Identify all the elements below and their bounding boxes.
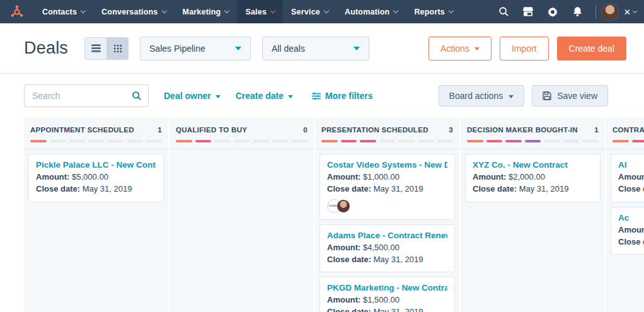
import-button[interactable]: Import: [500, 37, 549, 61]
deal-filter-select-value: All deals: [272, 43, 305, 54]
marketplace-icon[interactable]: [516, 0, 541, 23]
deal-property: Close date:: [618, 236, 644, 248]
search-input[interactable]: [25, 91, 132, 101]
header-actions: Actions Import Create deal: [428, 37, 626, 61]
board-actions-button[interactable]: Board actions: [439, 85, 525, 107]
search-icon[interactable]: [132, 91, 148, 101]
stage-segment: [107, 140, 124, 142]
top-nav: Contacts Conversations Marketing Sales S…: [0, 0, 644, 23]
nav-item-contacts[interactable]: Contacts: [34, 0, 93, 23]
chevron-down-icon: [393, 8, 398, 13]
stage-segment: [563, 140, 580, 142]
filter-actions: Board actions Save view: [439, 85, 608, 107]
contact-avatar[interactable]: [336, 199, 350, 213]
stage-segment: [398, 140, 415, 142]
deal-filter-select[interactable]: All deals: [262, 37, 369, 61]
close-icon[interactable]: ✕: [624, 7, 631, 17]
column-count: 3: [449, 126, 453, 134]
create-deal-button[interactable]: Create deal: [557, 37, 626, 61]
deal-owner-filter[interactable]: Deal owner: [164, 91, 221, 101]
stage-segment: [234, 140, 250, 142]
nav-item-reports[interactable]: Reports: [406, 0, 461, 23]
deal-card[interactable]: Al Amount:Close date:: [611, 154, 644, 202]
stage-segment: [486, 140, 503, 142]
stage-progress: [612, 140, 644, 142]
deal-property: Close date: May 31, 2019: [327, 254, 447, 266]
board-column: QUALIFIED TO BUY 0: [170, 118, 314, 312]
deal-property: Amount: $5,000.00: [36, 171, 156, 183]
caret-down-icon: [216, 95, 221, 98]
deal-link[interactable]: Pickle Palace LLC - New Contract: [36, 160, 156, 170]
deal-card[interactable]: PKGD Marketing - New Contract Amount: $1…: [319, 277, 455, 312]
deal-property: Close date:: [618, 183, 644, 195]
chevron-down-icon[interactable]: [633, 9, 637, 13]
deal-link[interactable]: Costar Video Systems - New Deal: [327, 160, 447, 170]
nav-item-marketing[interactable]: Marketing: [175, 0, 238, 23]
deal-link[interactable]: Adams Place - Contract Renewal: [327, 231, 447, 240]
stage-segment: [214, 140, 231, 142]
stage-segment: [176, 140, 192, 142]
stage-segment: [582, 140, 599, 142]
page-title: Deals: [24, 38, 68, 58]
stage-progress: [30, 140, 162, 142]
stage-progress: [321, 140, 453, 142]
nav-item-automation[interactable]: Automation: [336, 0, 406, 23]
deal-card[interactable]: XYZ Co. - New Contract Amount: $2,000.00…: [465, 154, 601, 202]
filter-sliders-icon: [312, 92, 321, 100]
stage-segment: [437, 140, 453, 142]
save-view-button[interactable]: Save view: [532, 85, 608, 107]
stage-segment: [50, 140, 66, 142]
nav-item-conversations[interactable]: Conversations: [93, 0, 174, 23]
card-avatars: COSTAR: [327, 199, 447, 213]
stage-segment: [360, 140, 376, 142]
column-count: 0: [303, 126, 308, 134]
list-view-button[interactable]: [85, 38, 106, 59]
create-date-filter[interactable]: Create date: [236, 91, 293, 101]
page-header: Deals Sales Pipeline All deals Actions: [0, 23, 644, 74]
hubspot-logo-icon[interactable]: [0, 0, 34, 23]
search-icon[interactable]: [492, 0, 516, 23]
notifications-bell-icon[interactable]: [565, 0, 590, 23]
board-column: DECISION MAKER BOUGHT-IN 1 XYZ Co. - New…: [461, 118, 605, 312]
deal-property: Amount: $2,000.00: [473, 171, 593, 183]
actions-button[interactable]: Actions: [428, 37, 492, 61]
deal-card[interactable]: Costar Video Systems - New Deal Amount: …: [319, 154, 455, 220]
nav-right-cluster: ✕: [492, 0, 644, 23]
stage-progress: [176, 140, 308, 142]
more-filters-link[interactable]: More filters: [312, 91, 372, 101]
deal-property: Amount:: [618, 224, 644, 236]
deal-link[interactable]: PKGD Marketing - New Contract: [327, 283, 447, 292]
nav-item-service[interactable]: Service: [283, 0, 336, 23]
column-title: DECISION MAKER BOUGHT-IN: [467, 126, 578, 134]
settings-gear-icon[interactable]: [541, 0, 565, 23]
deal-link[interactable]: XYZ Co. - New Contract: [473, 160, 593, 170]
column-title: QUALIFIED TO BUY: [176, 126, 247, 134]
caret-down-icon: [354, 47, 360, 50]
board-column: APPOINTMENT SCHEDULED 1 Pickle Palace LL…: [24, 118, 168, 312]
deal-card[interactable]: Pickle Palace LLC - New Contract Amount:…: [28, 154, 164, 202]
column-title: CONTRACT SENT: [612, 126, 644, 134]
stage-segment: [418, 140, 434, 142]
column-cards: Costar Video Systems - New Deal Amount: …: [315, 149, 459, 312]
deal-property: Amount: $1,500.00: [327, 294, 447, 306]
stage-segment: [146, 140, 162, 142]
column-cards: Pickle Palace LLC - New Contract Amount:…: [24, 149, 168, 207]
column-count: 1: [594, 126, 599, 134]
stage-segment: [88, 140, 105, 142]
pipeline-select[interactable]: Sales Pipeline: [140, 37, 251, 61]
stage-segment: [291, 140, 308, 142]
board-view-button[interactable]: [106, 38, 128, 59]
stage-segment: [525, 140, 541, 142]
deal-link[interactable]: Al: [618, 160, 644, 170]
deal-property: Amount:: [618, 171, 644, 183]
deal-link[interactable]: Ac: [618, 213, 644, 222]
deal-card[interactable]: Adams Place - Contract Renewal Amount: $…: [319, 224, 455, 273]
nav-item-sales[interactable]: Sales: [237, 0, 283, 23]
stage-segment: [379, 140, 396, 142]
stage-segment: [505, 140, 522, 142]
stage-progress: [467, 140, 599, 142]
deal-card[interactable]: Ac Amount:Close date:: [611, 207, 644, 255]
user-avatar[interactable]: [602, 4, 618, 20]
caret-down-icon: [235, 47, 241, 50]
stage-segment: [30, 140, 47, 142]
